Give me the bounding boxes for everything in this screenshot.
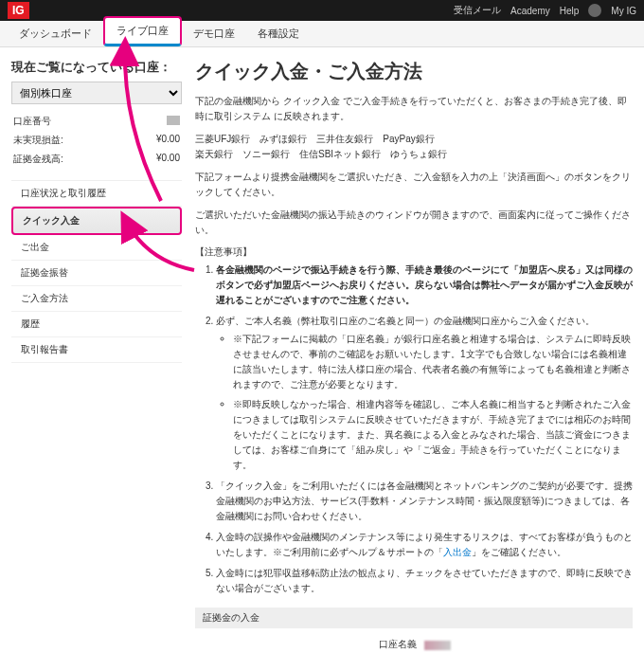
content: クイック入金・ご入金方法 下記の金融機関から クイック入金 でご入金手続きを行っ…	[195, 59, 633, 653]
note-title: 【注意事項】	[195, 245, 633, 259]
section-margin-deposit: 証拠金の入金	[195, 608, 633, 628]
menu-deposit-method[interactable]: ご入金方法	[11, 286, 182, 312]
notes-list: 各金融機関のページで振込手続きを行う際、手続き最後のページにて「加盟店へ戻る」又…	[195, 263, 633, 596]
top-link-mail[interactable]: 受信メール	[454, 4, 501, 17]
note-5: 入金時には犯罪収益移転防止法の観点より、チェックをさせていただきますので、即時に…	[216, 566, 633, 596]
note-2: 必ず、ご本人名義（弊社取引口座のご名義と同一）の金融機関口座からご入金ください。…	[216, 314, 633, 473]
note-3: 「クイック入金」をご利用いただくには各金融機関とネットバンキングのご契約が必要で…	[216, 479, 633, 524]
note-4: 入金時の誤操作や金融機関のメンテナンス等により発生するリスクは、すべてお客様が負…	[216, 530, 633, 560]
topbar: IG 受信メール Academy Help My IG	[0, 0, 644, 21]
row-unrealized-pl: 未実現損益:¥0.00	[11, 131, 182, 150]
intro2: 下記フォームより提携金融機関をご選択いただき、ご入金額を入力の上「決済画面へ」の…	[195, 170, 633, 200]
value-account-name	[424, 639, 604, 649]
menu-quick-deposit[interactable]: クイック入金	[11, 207, 182, 235]
deposit-form: 口座名義 銀行名 お選び下さい ご入金額 JPY (半角、コンマ不要)	[195, 638, 633, 653]
nav-dashboard[interactable]: ダッシュボード	[8, 21, 103, 46]
row-margin-balance: 証拠金残高:¥0.00	[11, 150, 182, 169]
menu-withdrawal[interactable]: ご出金	[11, 235, 182, 261]
navbar: ダッシュボード ライブ口座 デモ口座 各種設定	[0, 21, 644, 47]
label-account-name: 口座名義	[379, 638, 417, 651]
user-icon[interactable]	[588, 4, 601, 17]
link-deposit-withdraw[interactable]: 入出金	[443, 547, 472, 557]
menu-status-history[interactable]: 口座状況と取引履歴	[11, 181, 182, 207]
logo: IG	[8, 2, 29, 19]
note-1: 各金融機関のページで振込手続きを行う際、手続き最後のページにて「加盟店へ戻る」又…	[216, 263, 633, 308]
top-link-help[interactable]: Help	[560, 6, 580, 16]
nav-settings[interactable]: 各種設定	[246, 21, 311, 46]
banks-list: 三菱UFJ銀行 みずほ銀行 三井住友銀行 PayPay銀行 楽天銀行 ソニー銀行…	[195, 132, 633, 162]
page-title: クイック入金・ご入金方法	[195, 59, 633, 84]
sidebar-menu: 口座状況と取引履歴 クイック入金 ご出金 証拠金振替 ご入金方法 履歴 取引報告…	[11, 180, 182, 363]
sidebar-title: 現在ご覧になっている口座：	[11, 59, 182, 76]
row-account-number: 口座番号	[11, 112, 182, 131]
menu-trade-report[interactable]: 取引報告書	[11, 337, 182, 363]
top-link-myig[interactable]: My IG	[611, 6, 636, 16]
intro1: 下記の金融機関から クイック入金 でご入金手続きを行っていただくと、お客さまの手…	[195, 94, 633, 124]
menu-history[interactable]: 履歴	[11, 312, 182, 337]
menu-margin-transfer[interactable]: 証拠金振替	[11, 261, 182, 286]
nav-live-account[interactable]: ライブ口座	[103, 16, 182, 46]
intro3: ご選択いただいた金融機関の振込手続きのウィンドウが開きますので、画面案内に従って…	[195, 208, 633, 238]
account-select[interactable]: 個別株口座	[11, 82, 182, 104]
top-link-academy[interactable]: Academy	[510, 6, 550, 16]
nav-demo-account[interactable]: デモ口座	[182, 21, 246, 46]
sidebar: 現在ご覧になっている口座： 個別株口座 口座番号 未実現損益:¥0.00 証拠金…	[11, 59, 182, 653]
